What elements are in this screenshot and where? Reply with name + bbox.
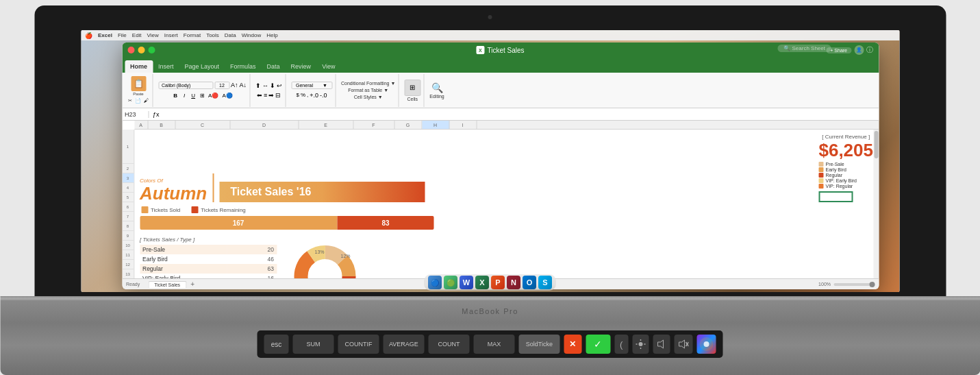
dock-icon-powerpoint[interactable]: P	[491, 276, 505, 289]
cells-button[interactable]: ⊞ Cells	[404, 80, 420, 101]
paste-button[interactable]: 📋 Paste	[131, 76, 146, 96]
dock-icon-skype[interactable]: S	[538, 276, 552, 289]
font-format-row: B I U ⊞ A🔴 A🔵	[171, 92, 233, 99]
tb-mute-button[interactable]	[674, 335, 693, 354]
tab-page-layout[interactable]: Page Layout	[179, 60, 225, 73]
close-button[interactable]	[127, 47, 134, 53]
align-row2: ⬅ ≡ ➡ ⊟	[257, 92, 281, 99]
tb-volume-down-button[interactable]	[653, 335, 670, 354]
dock-icon-word[interactable]: W	[460, 276, 473, 289]
user-icon[interactable]: 👤	[854, 45, 864, 55]
screen: 🍎 Excel File Edit View Insert Format Too…	[81, 30, 899, 292]
tab-formulas[interactable]: Formulas	[225, 60, 262, 73]
tb-brightness-button[interactable]	[632, 335, 649, 354]
dock-icon-outlook[interactable]: O	[523, 276, 536, 289]
align-top[interactable]: ⬆	[255, 82, 261, 89]
info-icon[interactable]: ⓘ	[866, 45, 873, 55]
cut-button[interactable]: ✂	[127, 97, 133, 104]
count-presale: 20	[227, 245, 277, 254]
minimize-button[interactable]	[138, 47, 145, 53]
tab-home[interactable]: Home	[125, 60, 153, 73]
increase-font[interactable]: A↑	[231, 82, 238, 88]
menu-view[interactable]: View	[147, 32, 159, 38]
align-center[interactable]: ≡	[264, 92, 267, 99]
menu-data[interactable]: Data	[225, 32, 236, 38]
increase-decimal[interactable]: +.0	[310, 92, 318, 99]
align-left[interactable]: ⬅	[257, 92, 262, 99]
border-button[interactable]: ⊞	[199, 92, 205, 99]
bold-button[interactable]: B	[171, 92, 179, 99]
add-sheet-button[interactable]: +	[188, 280, 197, 289]
row-header-10: 10	[122, 241, 134, 250]
cell-styles[interactable]: Cell Styles ▼	[354, 95, 383, 99]
tb-count-button[interactable]: COUNT	[428, 335, 469, 354]
tab-insert[interactable]: Insert	[153, 60, 179, 73]
autumn-branding: Colors Of Autumn	[140, 178, 207, 202]
scrollbar-thumb[interactable]	[874, 131, 878, 158]
tb-close-button[interactable]: ✕	[564, 335, 581, 354]
sheet-tabs-area: Ticket Sales +	[148, 280, 197, 289]
editing-button[interactable]: 🔍 Editing	[429, 82, 444, 99]
col-header-g: G	[394, 121, 422, 129]
dashboard-content: Colors Of Autumn Ticket Sales '16	[134, 130, 879, 278]
excel-search-bar[interactable]: 🔍 Search Sheet	[778, 45, 831, 52]
tab-view[interactable]: View	[316, 60, 340, 73]
fill-color-button[interactable]: A🔴	[208, 92, 219, 99]
menu-edit[interactable]: Edit	[132, 32, 142, 38]
tb-soldticke-button[interactable]: SoldTicke	[518, 335, 560, 354]
menu-window[interactable]: Window	[242, 32, 261, 38]
tb-countif-button[interactable]: COUNTIF	[338, 335, 379, 354]
align-right[interactable]: ➡	[268, 92, 274, 99]
dock-icon-onenote[interactable]: N	[507, 276, 520, 289]
tb-open-paren[interactable]: (	[614, 335, 628, 354]
brush-button[interactable]: 🖌	[143, 97, 149, 104]
format-as-table[interactable]: Format as Table ▼	[348, 88, 388, 93]
apple-menu[interactable]: 🍎	[85, 32, 92, 39]
tab-review[interactable]: Review	[286, 60, 317, 73]
sheet-tab-active[interactable]: Ticket Sales	[148, 281, 186, 288]
cell-reference[interactable]: H23	[125, 111, 149, 118]
menu-help[interactable]: Help	[266, 32, 277, 38]
menu-insert[interactable]: Insert	[164, 32, 178, 38]
decrease-decimal[interactable]: -.0	[320, 92, 327, 99]
zoom-thumb[interactable]	[869, 282, 875, 287]
tb-esc-key[interactable]: esc	[264, 335, 289, 354]
comma-button[interactable]: ,	[307, 92, 308, 99]
align-middle[interactable]: ↔	[262, 82, 268, 89]
dock-icon-excel[interactable]: X	[475, 276, 489, 289]
menu-format[interactable]: Format	[184, 32, 201, 38]
dock-icon-launchpad[interactable]: 🟢	[444, 276, 457, 289]
italic-button[interactable]: I	[181, 92, 187, 99]
function-icon[interactable]: ƒx	[151, 111, 161, 118]
share-button[interactable]: + Share	[826, 47, 851, 53]
wrap-text[interactable]: ↩	[277, 82, 282, 89]
tb-max-button[interactable]: MAX	[473, 335, 514, 354]
fullscreen-button[interactable]	[148, 47, 155, 53]
tb-sum-button[interactable]: SUM	[292, 335, 334, 354]
menu-excel[interactable]: Excel	[98, 32, 112, 38]
tb-average-button[interactable]: AVERAGE	[383, 335, 424, 354]
remaining-legend-color	[191, 206, 198, 213]
dock-icon-finder[interactable]: 🔵	[428, 276, 442, 289]
currency-button[interactable]: $	[296, 92, 299, 99]
font-color-button[interactable]: A🔵	[221, 92, 233, 99]
vertical-scrollbar[interactable]	[873, 130, 879, 278]
decrease-font[interactable]: A↓	[240, 82, 247, 88]
tab-data[interactable]: Data	[262, 60, 286, 73]
donut-chart: 13% 12% 27% 38% 10%	[287, 239, 362, 278]
underline-button[interactable]: U	[189, 92, 197, 99]
number-format-selector[interactable]: General ▼	[291, 82, 332, 89]
percent-button[interactable]: %	[301, 92, 305, 99]
conditional-formatting[interactable]: Conditional Formatting ▼	[341, 81, 395, 86]
tb-check-button[interactable]: ✓	[586, 335, 611, 354]
col-header-c: C	[175, 121, 230, 129]
menu-file[interactable]: File	[118, 32, 127, 38]
menu-tools[interactable]: Tools	[206, 32, 219, 38]
zoom-slider[interactable]	[833, 283, 875, 286]
align-bottom[interactable]: ⬇	[270, 82, 275, 89]
copy-button[interactable]: 📄	[134, 97, 142, 104]
merge-cells[interactable]: ⊟	[275, 92, 281, 99]
font-size-selector[interactable]: 12	[214, 82, 229, 89]
tb-siri-button[interactable]	[697, 335, 716, 354]
font-name-selector[interactable]: Calibri (Body)	[158, 82, 213, 89]
